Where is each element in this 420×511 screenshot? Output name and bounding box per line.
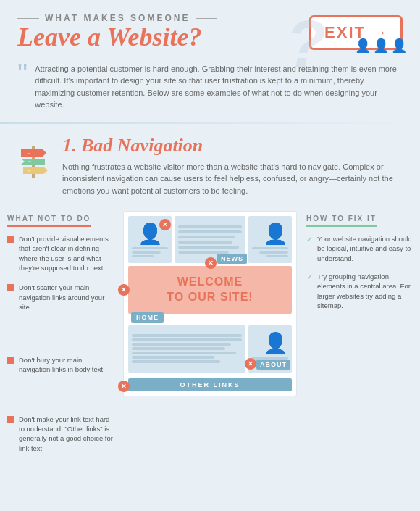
fix-item-1: ✓ Your website navigation should be logi… bbox=[306, 234, 413, 263]
issue-item-3: Don't bury your main navigation links in… bbox=[7, 355, 114, 375]
fix-item-2: ✓ Try grouping navigation elements in a … bbox=[306, 272, 413, 310]
news-badge: NEWS bbox=[217, 254, 247, 264]
pencil-icon-area: → ← → bbox=[17, 138, 54, 185]
mockup-box-center: NEWS ✕ bbox=[175, 216, 245, 263]
how-fix-label: HOW TO FIX IT bbox=[306, 215, 377, 227]
three-column-layout: WHAT NOT TO DO Don't provide visual elem… bbox=[0, 204, 420, 470]
person-silhouette-bottom: 👤 bbox=[263, 331, 288, 355]
people-icons: 👤 👤 👤 bbox=[355, 38, 407, 54]
issue-item-4: Don't make your link text hard to unders… bbox=[7, 415, 114, 453]
bottom-line-3 bbox=[132, 343, 231, 346]
other-links-box: OTHER LINKS bbox=[128, 378, 292, 391]
mockup-box-bottom-left bbox=[128, 325, 245, 373]
svg-text:→: → bbox=[26, 168, 31, 173]
mockup-line-1 bbox=[132, 247, 168, 249]
mockup-box-person-left: ✕ 👤 bbox=[128, 216, 172, 263]
x-mark-1: ✕ bbox=[159, 219, 171, 230]
svg-text:→: → bbox=[26, 151, 31, 156]
bad-nav-description: Nothing frustrates a website visitor mor… bbox=[62, 161, 403, 197]
bottom-line-4 bbox=[132, 347, 225, 350]
bottom-line-5 bbox=[132, 352, 236, 354]
issue-text-3: Don't bury your main navigation links in… bbox=[19, 355, 114, 375]
welcome-line2: TO OUR SITE! bbox=[167, 291, 253, 303]
issue-text-1: Don't provide visual elements that aren'… bbox=[19, 234, 114, 273]
website-mockup: ✕ 👤 NEWS ✕ bbox=[123, 211, 297, 396]
mockup-box-person-right: 👤 bbox=[248, 216, 292, 263]
x-mark-4: ✕ bbox=[245, 358, 256, 370]
bottom-line-2 bbox=[132, 338, 242, 341]
person-icon-3: 👤 bbox=[391, 38, 407, 54]
svg-marker-2 bbox=[21, 159, 45, 165]
quote-mark-icon: " bbox=[17, 59, 28, 88]
center-line-3 bbox=[178, 236, 235, 238]
check-icon-2: ✓ bbox=[306, 273, 313, 282]
header-title-area: WHAT MAKES SOMEONE Leave a Website? bbox=[17, 13, 309, 52]
mockup-welcome-row: ✕ WELCOME TO OUR SITE! HOME bbox=[124, 266, 296, 314]
issue-marker-3 bbox=[7, 357, 14, 364]
what-not-label: WHAT NOT TO DO bbox=[7, 215, 91, 227]
bad-nav-number: 1. bbox=[62, 135, 77, 156]
signpost-icon: → ← → bbox=[17, 138, 49, 182]
center-line-5 bbox=[178, 246, 239, 249]
about-badge: ABOUT bbox=[256, 360, 290, 370]
mockup-col: ✕ 👤 NEWS ✕ bbox=[119, 211, 301, 396]
welcome-text: WELCOME TO OUR SITE! bbox=[137, 275, 283, 305]
issue-item-1: Don't provide visual elements that aren'… bbox=[7, 234, 114, 273]
svg-marker-1 bbox=[21, 149, 46, 157]
x-mark-2: ✕ bbox=[205, 257, 217, 269]
bad-nav-content: 1. Bad Navigation Nothing frustrates a w… bbox=[62, 135, 403, 197]
issue-marker-2 bbox=[7, 284, 14, 291]
bottom-line-6 bbox=[132, 356, 214, 359]
person-silhouette-right: 👤 bbox=[263, 222, 288, 246]
mockup-line-2 bbox=[132, 251, 161, 253]
welcome-line1: WELCOME bbox=[177, 275, 243, 288]
svg-text:←: ← bbox=[28, 159, 33, 164]
mockup-top-row: ✕ 👤 NEWS ✕ bbox=[124, 212, 296, 266]
other-links-text: OTHER LINKS bbox=[180, 381, 240, 389]
what-not-col: WHAT NOT TO DO Don't provide visual elem… bbox=[7, 211, 119, 463]
bad-nav-title: 1. Bad Navigation bbox=[62, 135, 403, 157]
bottom-line-7 bbox=[132, 360, 220, 363]
issue-marker-1 bbox=[7, 236, 14, 243]
right-line-1 bbox=[252, 247, 288, 249]
person-icon-2: 👤 bbox=[373, 38, 389, 54]
bottom-line-1 bbox=[132, 334, 242, 337]
bad-navigation-section: → ← → 1. Bad Navigation Nothing frustrat… bbox=[0, 124, 420, 204]
issue-text-4: Don't make your link text hard to unders… bbox=[19, 415, 114, 453]
intro-section: " Attracting a potential customer is har… bbox=[0, 59, 420, 122]
how-fix-col: HOW TO FIX IT ✓ Your website navigation … bbox=[301, 211, 413, 319]
center-line-2 bbox=[178, 230, 242, 233]
x-mark-5: ✕ bbox=[118, 381, 130, 392]
question-mark-decoration: ? bbox=[286, 7, 326, 82]
center-line-4 bbox=[178, 241, 232, 244]
check-icon-1: ✓ bbox=[306, 235, 313, 244]
person-icon-1: 👤 bbox=[355, 38, 371, 54]
x-mark-3: ✕ bbox=[118, 284, 130, 296]
issue-item-2: Don't scatter your main navigation links… bbox=[7, 283, 114, 312]
bad-nav-title-text: Bad Navigation bbox=[81, 135, 203, 156]
what-makes-text: WHAT MAKES SOMEONE bbox=[17, 13, 309, 23]
right-line-2 bbox=[259, 251, 288, 253]
issue-text-2: Don't scatter your main navigation links… bbox=[19, 283, 114, 312]
intro-text: Attracting a potential customer is hard … bbox=[35, 63, 403, 111]
welcome-box: WELCOME TO OUR SITE! bbox=[128, 266, 292, 314]
fix-text-2: Try grouping navigation elements in a ce… bbox=[317, 272, 413, 310]
issue-marker-4 bbox=[7, 416, 14, 423]
mockup-bottom-row: 👤 ABOUT ✕ bbox=[124, 314, 296, 377]
mockup-line-3 bbox=[132, 255, 154, 257]
fix-text-1: Your website navigation should be logica… bbox=[317, 234, 413, 263]
right-line-3 bbox=[266, 255, 288, 257]
center-line-1 bbox=[178, 225, 242, 228]
leave-title: Leave a Website? bbox=[17, 23, 309, 52]
mockup-links-row: ✕ OTHER LINKS bbox=[124, 377, 296, 396]
